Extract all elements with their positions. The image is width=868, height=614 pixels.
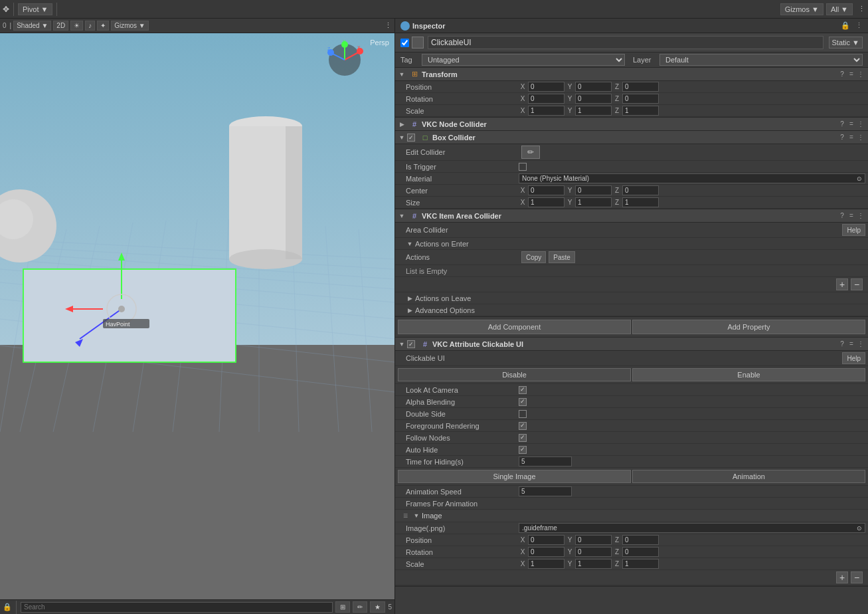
is-trigger-checkbox[interactable] — [519, 163, 527, 171]
image-png-value[interactable]: .guideframe ⊙ — [519, 523, 865, 533]
position-y[interactable] — [575, 82, 612, 92]
advanced-options-row[interactable]: ▶ Advanced Options — [395, 304, 868, 316]
gizmos-dropdown[interactable]: Gizmos ▼ — [780, 3, 824, 15]
alpha-blending-checkbox[interactable] — [519, 398, 527, 406]
lock-scene-icon[interactable]: 🔒 — [3, 603, 12, 611]
position-x[interactable] — [528, 82, 564, 92]
size-y[interactable] — [575, 197, 612, 207]
animation-speed-input[interactable] — [519, 486, 572, 496]
box-collider-header[interactable]: ▼ ✓ □ Box Collider ? = ⋮ — [395, 131, 868, 144]
image-position-x[interactable] — [528, 535, 564, 545]
more-menu-icon[interactable]: ⋮ — [858, 5, 865, 13]
paste-button[interactable]: Paste — [549, 251, 575, 263]
vkc-node-more-icon[interactable]: ⋮ — [856, 120, 865, 129]
add-action-button[interactable]: + — [836, 278, 848, 290]
box-collider-settings-icon[interactable]: = — [847, 133, 856, 142]
material-value[interactable]: None (Physic Material) ⊙ — [519, 173, 865, 183]
lighting-btn[interactable]: ☀ — [70, 21, 83, 31]
transform-settings-icon[interactable]: = — [847, 70, 856, 79]
foreground-rendering-checkbox[interactable] — [519, 422, 527, 430]
image-rotation-y[interactable] — [575, 547, 612, 557]
size-z[interactable] — [622, 197, 659, 207]
vkc-node-settings-icon[interactable]: = — [847, 120, 856, 129]
copy-button[interactable]: Copy — [521, 251, 546, 263]
add-image-button[interactable]: + — [836, 571, 848, 583]
animation-button[interactable]: Animation — [632, 470, 865, 483]
static-dropdown[interactable]: Static ▼ — [829, 37, 863, 49]
center-y[interactable] — [575, 185, 612, 195]
remove-action-button[interactable]: − — [851, 278, 863, 290]
center-z[interactable] — [622, 185, 659, 195]
box-collider-help-icon[interactable]: ? — [837, 133, 847, 142]
shaded-btn[interactable]: Shaded ▼ — [13, 21, 51, 31]
material-pick-icon[interactable]: ⊙ — [857, 175, 862, 182]
tag-dropdown[interactable]: Untagged — [422, 54, 625, 66]
follow-nodes-checkbox[interactable] — [519, 434, 527, 442]
image-scale-y[interactable] — [575, 559, 612, 569]
rotation-x[interactable] — [528, 94, 564, 104]
look-at-camera-checkbox[interactable] — [519, 386, 527, 394]
gizmos-scene-btn[interactable]: Gizmos ▼ — [111, 21, 149, 31]
enable-button[interactable]: Enable — [632, 368, 865, 381]
all-dropdown[interactable]: All ▼ — [826, 3, 853, 15]
scene-star-btn[interactable]: ★ — [370, 601, 385, 613]
vkc-item-more-icon[interactable]: ⋮ — [856, 211, 865, 221]
add-property-button[interactable]: Add Property — [632, 320, 865, 334]
inspector-more-icon[interactable]: ⋮ — [855, 21, 863, 30]
scale-z[interactable] — [622, 106, 659, 116]
image-pick-icon[interactable]: ⊙ — [857, 525, 862, 532]
image-rotation-z[interactable] — [622, 547, 659, 557]
position-z[interactable] — [622, 82, 659, 92]
actions-on-leave-row[interactable]: ▶ Actions on Leave — [395, 292, 868, 304]
layer-dropdown[interactable]: Default — [659, 54, 863, 66]
image-scale-z[interactable] — [622, 559, 659, 569]
vkc-attr-more-icon[interactable]: ⋮ — [856, 340, 865, 349]
image-scale-x[interactable] — [528, 559, 564, 569]
vkc-attr-settings-icon[interactable]: = — [847, 340, 856, 349]
box-collider-checkbox[interactable]: ✓ — [407, 134, 415, 142]
vkc-attr-checkbox[interactable]: ✓ — [407, 340, 415, 348]
single-image-button[interactable]: Single Image — [398, 470, 631, 483]
rotation-z[interactable] — [622, 94, 659, 104]
image-position-z[interactable] — [622, 535, 659, 545]
time-hiding-input[interactable] — [519, 457, 572, 466]
effects-btn[interactable]: ✦ — [97, 21, 109, 31]
vkc-attr-help-icon[interactable]: ? — [837, 340, 847, 349]
scene-gizmo[interactable]: X Y Z — [325, 40, 365, 80]
transform-more-icon[interactable]: ⋮ — [856, 70, 865, 79]
rotation-y[interactable] — [575, 94, 612, 104]
clickable-ui-help-button[interactable]: Help — [842, 352, 865, 364]
double-side-checkbox[interactable] — [519, 410, 527, 418]
vkc-node-collider-header[interactable]: ▶ # VKC Node Collider ? = ⋮ — [395, 118, 868, 131]
lock-inspector-icon[interactable]: 🔒 — [841, 21, 850, 30]
center-x[interactable] — [528, 185, 564, 195]
vkc-node-help-icon[interactable]: ? — [837, 120, 847, 129]
area-collider-help-button[interactable]: Help — [842, 224, 865, 236]
2d-btn[interactable]: 2D — [53, 21, 68, 31]
disable-button[interactable]: Disable — [398, 368, 631, 381]
pivot-dropdown[interactable]: Pivot ▼ — [18, 3, 52, 15]
image-rotation-x[interactable] — [528, 547, 564, 557]
object-active-checkbox[interactable] — [400, 39, 409, 47]
object-name-input[interactable] — [428, 36, 824, 49]
add-component-button[interactable]: Add Component — [398, 320, 631, 334]
image-subsection-header[interactable]: ≡ ▼ Image — [395, 510, 868, 522]
size-x[interactable] — [528, 197, 564, 207]
image-position-y[interactable] — [575, 535, 612, 545]
scene-view-btn[interactable]: ⊞ — [335, 601, 350, 613]
transform-help-icon[interactable]: ? — [837, 70, 847, 79]
move-tool-icon[interactable]: ✥ — [3, 5, 9, 14]
scene-paint-btn[interactable]: ✏ — [353, 601, 367, 613]
scene-search-input[interactable] — [21, 602, 333, 613]
vkc-item-help-icon[interactable]: ? — [837, 211, 847, 221]
vkc-item-area-collider-header[interactable]: ▼ # VKC Item Area Collider ? = ⋮ — [395, 209, 868, 223]
edit-collider-button[interactable]: ✏ — [521, 146, 540, 159]
actions-on-enter-row[interactable]: ▼ Actions on Enter — [395, 238, 868, 250]
scale-y[interactable] — [575, 106, 612, 116]
vkc-attr-clickable-ui-header[interactable]: ▼ ✓ # VKC Attribute Clickable UI ? = ⋮ — [395, 338, 868, 351]
scale-x[interactable] — [528, 106, 564, 116]
transform-section-header[interactable]: ▼ ⊞ Transform ? = ⋮ — [395, 68, 868, 81]
remove-image-button[interactable]: − — [851, 571, 863, 583]
auto-hide-checkbox[interactable] — [519, 446, 527, 454]
box-collider-more-icon[interactable]: ⋮ — [856, 133, 865, 142]
